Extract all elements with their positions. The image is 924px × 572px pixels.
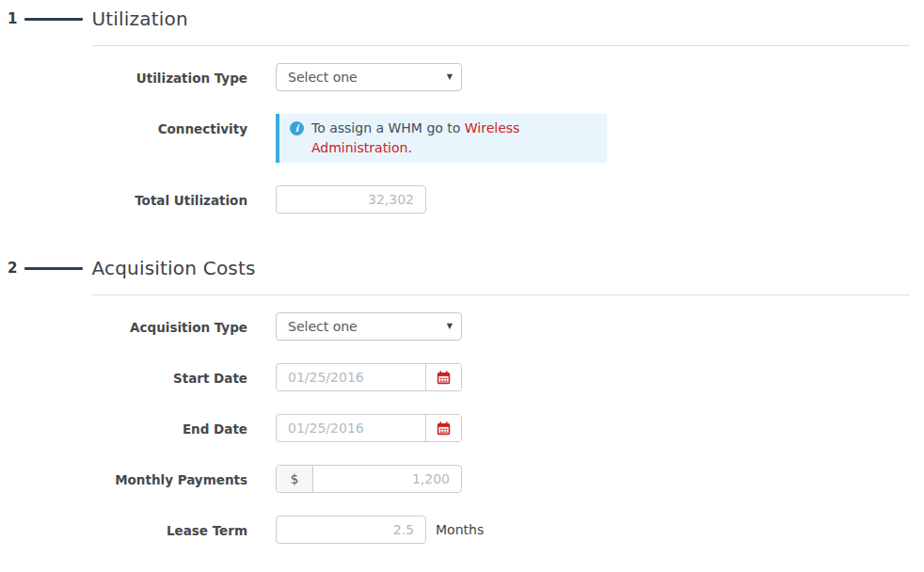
info-icon: i — [290, 121, 304, 135]
monthly-payments-label: Monthly Payments — [0, 465, 276, 487]
utilization-type-label: Utilization Type — [0, 63, 276, 86]
section-acquisition-header: 2 Acquisition Costs — [0, 257, 924, 279]
currency-prefix: $ — [277, 466, 313, 492]
end-date-calendar-button[interactable] — [425, 415, 461, 441]
row-start-date: Start Date — [0, 363, 924, 391]
row-end-date: End Date — [0, 414, 924, 442]
end-date-group — [276, 414, 462, 442]
row-monthly-payments: Monthly Payments $ — [0, 465, 924, 493]
start-date-group — [276, 363, 462, 391]
form-page: 1 Utilization Utilization Type Select on… — [0, 0, 924, 572]
note-text: To assign a WHM go to — [311, 120, 465, 135]
start-date-label: Start Date — [0, 363, 276, 386]
section-marker-line — [24, 18, 83, 21]
note-suffix: . — [407, 140, 411, 155]
end-date-label: End Date — [0, 414, 276, 437]
utilization-type-selected-value: Select one — [288, 70, 358, 85]
monthly-payments-group: $ — [276, 465, 462, 493]
total-utilization-label: Total Utilization — [0, 185, 276, 208]
acquisition-type-select[interactable]: Select one ▼ — [276, 312, 462, 341]
row-utilization-type: Utilization Type Select one ▼ — [0, 63, 924, 91]
chevron-down-icon: ▼ — [447, 64, 453, 90]
connectivity-info-note: i To assign a WHM go to Wireless Adminis… — [276, 114, 607, 163]
row-total-utilization: Total Utilization — [0, 185, 924, 214]
start-date-calendar-button[interactable] — [425, 364, 461, 390]
lease-term-input[interactable] — [276, 516, 426, 544]
section-number: 1 — [8, 12, 17, 26]
start-date-input[interactable] — [277, 364, 425, 390]
monthly-payments-input[interactable] — [313, 466, 461, 492]
section-divider — [92, 45, 910, 46]
calendar-icon — [437, 421, 451, 436]
calendar-icon — [437, 371, 451, 385]
section-divider — [92, 294, 910, 295]
lease-term-unit-label: Months — [436, 516, 484, 544]
section-title: Acquisition Costs — [91, 257, 255, 279]
row-connectivity: Connectivity i To assign a WHM go to Wir… — [0, 114, 924, 163]
utilization-type-select[interactable]: Select one ▼ — [276, 63, 462, 91]
row-acquisition-type: Acquisition Type Select one ▼ — [0, 312, 924, 341]
section-utilization-header: 1 Utilization — [0, 8, 924, 30]
connectivity-label: Connectivity — [0, 114, 276, 136]
section-acquisition-costs: 2 Acquisition Costs Acquisition Type Sel… — [0, 257, 924, 544]
acquisition-type-selected-value: Select one — [288, 319, 358, 334]
row-lease-term: Lease Term Months — [0, 516, 924, 544]
total-utilization-input[interactable] — [276, 185, 426, 214]
section-number: 2 — [8, 262, 17, 276]
section-marker-line — [24, 267, 83, 270]
acquisition-type-label: Acquisition Type — [0, 312, 276, 335]
lease-term-label: Lease Term — [0, 516, 276, 538]
chevron-down-icon: ▼ — [447, 313, 453, 340]
end-date-input[interactable] — [277, 415, 425, 441]
section-title: Utilization — [91, 8, 187, 30]
section-utilization: 1 Utilization Utilization Type Select on… — [0, 8, 924, 214]
